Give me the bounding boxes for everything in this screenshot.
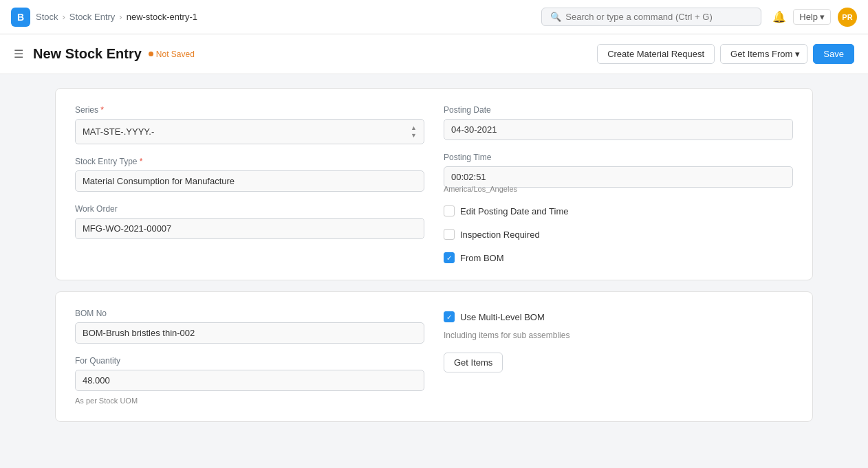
header-actions: Create Material Request Get Items From ▾… [597,44,854,64]
create-material-request-button[interactable]: Create Material Request [597,44,715,64]
posting-date-input[interactable]: 04-30-2021 [444,119,793,140]
page-header: ☰ New Stock Entry Not Saved Create Mater… [0,34,868,74]
series-required: * [100,105,104,115]
series-label: Series * [75,105,424,115]
not-saved-badge: Not Saved [149,49,195,59]
timezone-note: America/Los_Angeles [444,185,793,193]
stock-entry-type-label: Stock Entry Type * [75,157,424,166]
bom-card: BOM No BOM-Brush bristles thin-002 For Q… [55,291,813,422]
series-group: Series * MAT-STE-.YYYY.- ▲▼ [75,105,424,144]
main-form-card: Series * MAT-STE-.YYYY.- ▲▼ Stock Entry … [55,88,813,280]
edit-posting-label: Edit Posting Date and Time [460,206,569,216]
breadcrumb-sep-2: › [119,12,122,22]
checkmark-multilevel-icon: ✓ [446,313,452,321]
get-items-from-button[interactable]: Get Items From ▾ [720,44,807,64]
edit-posting-group: Edit Posting Date and Time [444,205,793,216]
from-bom-group: ✓ From BOM [444,252,793,263]
series-select[interactable]: MAT-STE-.YYYY.- ▲▼ [75,119,424,144]
app-icon[interactable]: B [11,8,30,27]
page-title: New Stock Entry [33,46,142,62]
help-button[interactable]: Help ▾ [793,9,831,25]
use-multilevel-label: Use Multi-Level BOM [460,312,545,322]
breadcrumb-stock[interactable]: Stock [36,12,58,22]
for-quantity-group: For Quantity 48.000 As per Stock UOM [75,356,424,405]
search-icon: 🔍 [550,12,561,22]
notification-bell-icon[interactable]: 🔔 [772,10,786,23]
avatar[interactable]: PR [838,8,857,27]
breadcrumb-sep-1: › [63,12,65,22]
form-col-left: Series * MAT-STE-.YYYY.- ▲▼ Stock Entry … [75,105,424,263]
dropdown-arrow-icon: ▾ [795,49,800,59]
posting-date-group: Posting Date 04-30-2021 [444,105,793,140]
from-bom-checkbox[interactable]: ✓ [444,252,455,263]
bom-right-col: ✓ Use Multi-Level BOM Including items fo… [444,309,793,405]
inspection-required-checkbox[interactable] [444,229,455,240]
form-col-right: Posting Date 04-30-2021 Posting Time 00:… [444,105,793,263]
sub-assemblies-note: Including items for sub assemblies [444,331,793,340]
search-input[interactable] [565,12,752,22]
use-multilevel-group: ✓ Use Multi-Level BOM [444,311,793,322]
for-quantity-label: For Quantity [75,356,424,366]
bom-no-input[interactable]: BOM-Brush bristles thin-002 [75,322,424,344]
quantity-note: As per Stock UOM [75,397,424,405]
get-items-button[interactable]: Get Items [444,353,503,372]
stock-entry-type-input[interactable]: Material Consumption for Manufacture [75,170,424,192]
stock-entry-type-group: Stock Entry Type * Material Consumption … [75,157,424,192]
work-order-group: Work Order MFG-WO-2021-00007 [75,204,424,239]
topbar: B Stock › Stock Entry › new-stock-entry-… [0,0,868,34]
posting-date-label: Posting Date [444,105,793,115]
edit-posting-checkbox[interactable] [444,205,455,216]
bom-no-group: BOM No BOM-Brush bristles thin-002 [75,309,424,344]
breadcrumb-stock-entry[interactable]: Stock Entry [69,12,115,22]
bom-form-row: BOM No BOM-Brush bristles thin-002 For Q… [75,309,793,405]
posting-time-group: Posting Time 00:02:51 America/Los_Angele… [444,153,793,193]
form-row-main: Series * MAT-STE-.YYYY.- ▲▼ Stock Entry … [75,105,793,263]
save-button[interactable]: Save [813,44,854,64]
bom-no-label: BOM No [75,309,424,318]
hamburger-icon[interactable]: ☰ [14,47,23,60]
chevron-down-icon: ▾ [820,12,825,22]
for-quantity-input[interactable]: 48.000 [75,370,424,391]
search-bar[interactable]: 🔍 [541,8,761,26]
posting-time-label: Posting Time [444,153,793,162]
breadcrumb-current: new-stock-entry-1 [127,12,197,22]
main-content: Series * MAT-STE-.YYYY.- ▲▼ Stock Entry … [0,74,868,436]
work-order-label: Work Order [75,204,424,214]
work-order-input[interactable]: MFG-WO-2021-00007 [75,218,424,239]
breadcrumb: Stock › Stock Entry › new-stock-entry-1 [36,12,197,22]
use-multilevel-checkbox[interactable]: ✓ [444,311,455,322]
select-arrows-icon: ▲▼ [411,124,417,139]
checkmark-icon: ✓ [446,254,452,262]
inspection-required-group: Inspection Required [444,229,793,240]
not-saved-dot [149,52,153,56]
stock-entry-type-required: * [140,157,143,166]
inspection-required-label: Inspection Required [460,230,540,240]
topbar-actions: 🔔 Help ▾ PR [772,8,857,27]
from-bom-label: From BOM [460,253,504,263]
bom-left-col: BOM No BOM-Brush bristles thin-002 For Q… [75,309,424,405]
